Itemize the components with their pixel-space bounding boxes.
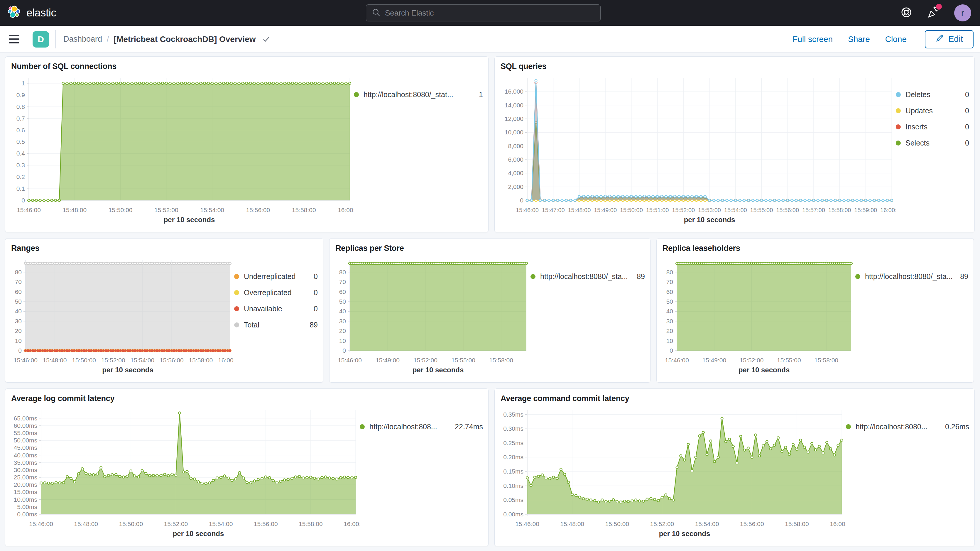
svg-text:15:46:00: 15:46:00	[515, 521, 539, 527]
legend-value: 0.26ms	[945, 422, 969, 431]
svg-text:15:48:00: 15:48:00	[62, 207, 87, 213]
elastic-logo[interactable]: elastic	[8, 6, 56, 20]
panel-title: SQL queries	[501, 62, 969, 71]
svg-text:15:55:00: 15:55:00	[451, 357, 475, 363]
panel-title: Ranges	[11, 244, 318, 253]
svg-text:80: 80	[667, 269, 673, 276]
legend-value: 22.74ms	[455, 422, 483, 431]
legend-item[interactable]: Overreplicated0	[234, 288, 318, 297]
legend-item[interactable]: Underreplicated0	[234, 272, 318, 281]
user-avatar[interactable]: r	[954, 5, 971, 21]
svg-text:50.00ms: 50.00ms	[13, 437, 37, 444]
legend-item[interactable]: Unavailable0	[234, 304, 318, 313]
legend-value: 89	[960, 272, 968, 281]
legend-item[interactable]: Deletes0	[896, 90, 969, 99]
svg-text:70: 70	[339, 279, 346, 285]
legend: http://localhost:8080/_stat...1	[354, 73, 483, 226]
edit-button-label: Edit	[948, 34, 963, 44]
svg-text:15:50:00: 15:50:00	[119, 521, 143, 527]
svg-text:15:58:00: 15:58:00	[828, 207, 851, 213]
chart-number-of-sql-connections[interactable]: 00.10.20.30.40.50.60.70.80.9115:46:0015:…	[11, 73, 354, 226]
legend-value: 0	[965, 107, 969, 115]
svg-text:15:56:00: 15:56:00	[254, 521, 278, 527]
legend-label: http://localhost:8080...	[856, 422, 940, 431]
svg-text:30: 30	[339, 318, 346, 325]
svg-text:15:52:00: 15:52:00	[414, 357, 438, 363]
svg-text:0.2: 0.2	[16, 174, 25, 180]
chart-avg-log-commit-latency[interactable]: 0.00ms5.00ms10.00ms15.00ms20.00ms25.00ms…	[11, 406, 360, 540]
clone-button[interactable]: Clone	[885, 35, 907, 44]
dashboard-grid: Number of SQL connections 00.10.20.30.40…	[0, 53, 980, 546]
share-button[interactable]: Share	[848, 35, 870, 44]
space-badge[interactable]: D	[33, 31, 49, 48]
legend-item[interactable]: http://localhost:808...22.74ms	[360, 422, 483, 431]
menu-button[interactable]	[9, 35, 19, 44]
svg-text:16:00:00: 16:00:00	[218, 357, 234, 363]
svg-text:40: 40	[339, 308, 346, 315]
legend-item[interactable]: http://localhost:8080...0.26ms	[846, 422, 969, 431]
svg-text:15:58:00: 15:58:00	[299, 521, 323, 527]
legend-swatch	[234, 274, 239, 279]
svg-text:0: 0	[670, 347, 673, 354]
svg-text:20: 20	[667, 327, 673, 334]
full-screen-button[interactable]: Full screen	[792, 35, 833, 44]
svg-text:50: 50	[667, 298, 673, 305]
svg-text:55.00ms: 55.00ms	[13, 430, 37, 436]
svg-text:15:46:00: 15:46:00	[13, 357, 38, 363]
svg-text:15.00ms: 15.00ms	[13, 489, 37, 495]
search-input[interactable]	[385, 8, 595, 18]
notification-dot	[936, 4, 942, 10]
svg-text:per 10 seconds: per 10 seconds	[412, 366, 464, 374]
svg-text:0: 0	[342, 347, 346, 354]
breadcrumb: Dashboard / [Metricbeat CockroachDB] Ove…	[64, 35, 270, 44]
help-button[interactable]	[900, 6, 913, 20]
svg-text:15:56:00: 15:56:00	[160, 357, 184, 363]
svg-text:15:58:00: 15:58:00	[189, 357, 213, 363]
legend-item[interactable]: http://localhost:8080/_sta...89	[855, 272, 968, 281]
svg-text:0.6: 0.6	[16, 127, 25, 134]
legend-item[interactable]: Total89	[234, 321, 318, 329]
svg-text:0.05ms: 0.05ms	[503, 497, 523, 503]
legend-item[interactable]: http://localhost:8080/_stat...1	[354, 90, 483, 99]
legend-item[interactable]: Updates0	[896, 107, 969, 115]
newsfeed-button[interactable]	[927, 6, 940, 20]
svg-text:0.9: 0.9	[16, 92, 25, 98]
chart-sql-queries[interactable]: 02,0004,0006,0008,00010,00012,00014,0001…	[500, 73, 896, 226]
chart-ranges[interactable]: 0102030405060708015:46:0015:48:0015:50:0…	[11, 255, 234, 376]
svg-text:35.00ms: 35.00ms	[13, 459, 37, 466]
svg-text:15:58:00: 15:58:00	[489, 357, 513, 363]
svg-text:15:56:00: 15:56:00	[740, 521, 764, 527]
svg-text:2,000: 2,000	[508, 183, 523, 190]
panel-title: Average command commit latency	[501, 394, 969, 403]
legend-item[interactable]: Selects0	[896, 139, 969, 147]
svg-text:per 10 seconds: per 10 seconds	[659, 530, 710, 538]
chart-replica-leaseholders[interactable]: 0102030405060708015:46:0015:49:0015:52:0…	[662, 255, 855, 376]
legend-label: Selects	[905, 139, 960, 147]
legend-swatch	[896, 140, 901, 145]
svg-text:16:00:00: 16:00:00	[830, 521, 846, 527]
svg-text:0.30ms: 0.30ms	[503, 425, 523, 432]
legend-value: 0	[313, 288, 318, 297]
svg-text:15:55:00: 15:55:00	[750, 207, 773, 213]
legend-item[interactable]: http://localhost:8080/_sta...89	[530, 272, 645, 281]
legend-value: 89	[310, 321, 318, 329]
chart-replicas-per-store[interactable]: 0102030405060708015:46:0015:49:0015:52:0…	[335, 255, 530, 376]
svg-text:15:50:00: 15:50:00	[108, 207, 133, 213]
legend-value: 0	[313, 272, 318, 281]
legend-item[interactable]: Inserts0	[896, 123, 969, 131]
svg-text:15:46:00: 15:46:00	[516, 207, 539, 213]
svg-text:15:54:00: 15:54:00	[724, 207, 747, 213]
breadcrumb-dashboard-link[interactable]: Dashboard	[64, 35, 102, 44]
legend-swatch	[846, 424, 851, 429]
panel-avg-log-commit-latency: Average log commit latency 0.00ms5.00ms1…	[5, 389, 488, 546]
chart-avg-command-commit-latency[interactable]: 0.00ms0.05ms0.10ms0.15ms0.20ms0.25ms0.30…	[500, 406, 846, 540]
legend-value: 0	[965, 123, 969, 131]
svg-text:per 10 seconds: per 10 seconds	[684, 216, 735, 224]
svg-text:0.35ms: 0.35ms	[503, 411, 523, 418]
global-search[interactable]	[366, 5, 601, 21]
svg-text:0.3: 0.3	[16, 162, 25, 169]
svg-text:15:50:00: 15:50:00	[72, 357, 96, 363]
panel-title: Replicas per Store	[336, 244, 645, 253]
panel-avg-command-commit-latency: Average command commit latency 0.00ms0.0…	[495, 389, 975, 546]
edit-button[interactable]: Edit	[925, 30, 974, 48]
